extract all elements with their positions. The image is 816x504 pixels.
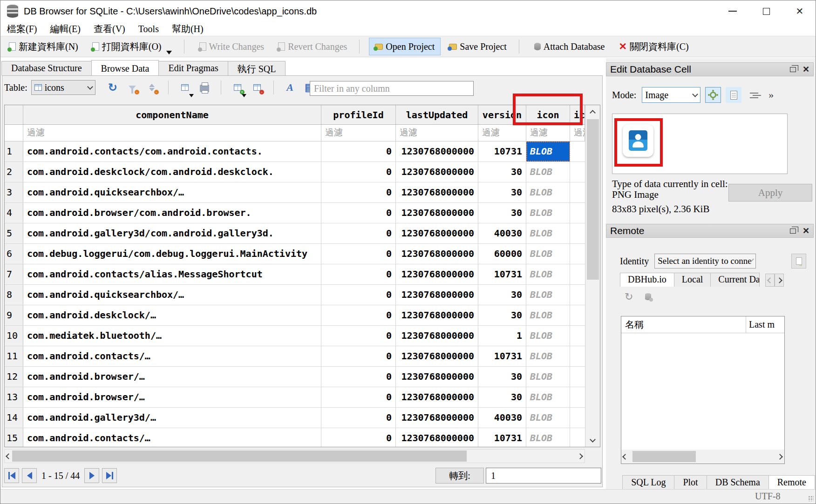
revert-changes-button[interactable]: Revert Changes [272, 38, 353, 55]
cell-profileId[interactable]: 0 [321, 285, 396, 305]
cell-version[interactable]: 30 [478, 285, 526, 305]
cell-partial[interactable] [570, 305, 585, 325]
remote-scrollbar-thumb[interactable] [632, 451, 696, 462]
row-number[interactable]: 13 [5, 387, 23, 407]
scroll-down-button[interactable] [585, 434, 600, 447]
close-panel-icon[interactable]: ✕ [802, 226, 809, 236]
vertical-scrollbar-thumb[interactable] [587, 119, 599, 280]
cell-componentName[interactable]: com.android.contacts/… [23, 428, 321, 447]
table-row[interactable]: 4com.android.browser/com.android.browser… [5, 203, 585, 223]
row-number[interactable]: 3 [5, 182, 23, 202]
table-row[interactable]: 5com.android.gallery3d/com.android.galle… [5, 223, 585, 244]
table-row[interactable]: 7com.android.contacts/alias.MessageShort… [5, 264, 585, 285]
cell-profileId[interactable]: 0 [321, 367, 396, 387]
row-number[interactable]: 5 [5, 223, 23, 243]
cell-version[interactable]: 30 [478, 182, 526, 202]
cell-profileId[interactable]: 0 [321, 428, 396, 447]
menu-view[interactable]: 查看(V) [87, 22, 132, 36]
refresh-button[interactable]: ↻ [105, 80, 121, 95]
cell-icon[interactable]: BLOB [526, 428, 570, 447]
tab-database-structure[interactable]: Database Structure [1, 61, 92, 75]
cell-partial[interactable] [570, 182, 585, 202]
open-project-button[interactable]: Open Project [369, 38, 441, 55]
tab-current-database[interactable]: Current Dat [710, 273, 760, 287]
row-number[interactable]: 14 [5, 408, 23, 428]
menu-file[interactable]: 檔案(F) [0, 22, 43, 36]
clone-database-icon[interactable] [645, 293, 651, 300]
minimize-button[interactable] [716, 1, 749, 21]
cell-partial[interactable] [570, 244, 585, 264]
cell-version[interactable]: 40030 [478, 223, 526, 243]
identity-settings-button[interactable] [791, 254, 806, 269]
column-header-profileId[interactable]: profileId [321, 105, 396, 124]
cell-partial[interactable] [570, 346, 585, 366]
filter-input-icon[interactable]: 過濾 [526, 125, 570, 141]
clear-filters-button[interactable]: - [124, 80, 140, 95]
cell-componentName[interactable]: com.android.quicksearchbox/… [23, 285, 321, 305]
table-row[interactable]: 9com.android.deskclock/…0123076800000030… [5, 305, 585, 326]
maximize-button[interactable] [749, 1, 783, 21]
table-row[interactable]: 10com.mediatek.bluetooth/…01230768000000… [5, 326, 585, 346]
tab-scroll-left-button[interactable] [765, 274, 775, 287]
table-row[interactable]: 12com.android.browser/…0123076800000030B… [5, 367, 585, 387]
table-select[interactable]: icons [31, 80, 95, 95]
cell-lastUpdated[interactable]: 1230768000000 [396, 305, 478, 325]
text-view-button[interactable] [726, 87, 741, 103]
cell-lastUpdated[interactable]: 1230768000000 [396, 428, 478, 447]
cell-profileId[interactable]: 0 [321, 408, 396, 428]
menu-edit[interactable]: 編輯(E) [43, 22, 87, 36]
cell-partial[interactable] [570, 408, 585, 428]
cell-profileId[interactable]: 0 [321, 346, 396, 366]
cell-icon[interactable]: BLOB [526, 162, 570, 182]
cell-lastUpdated[interactable]: 1230768000000 [396, 141, 478, 161]
cell-partial[interactable] [570, 387, 585, 407]
cell-icon[interactable]: BLOB [526, 408, 570, 428]
table-row[interactable]: 3com.android.quicksearchbox/…01230768000… [5, 182, 585, 203]
filter-any-column-input[interactable]: Filter in any column [310, 81, 474, 96]
row-number[interactable]: 1 [5, 141, 23, 161]
save-table-button[interactable] [177, 80, 193, 95]
cell-icon[interactable]: BLOB [526, 285, 570, 305]
cell-partial[interactable] [570, 162, 585, 182]
cell-lastUpdated[interactable]: 1230768000000 [396, 182, 478, 202]
cell-icon[interactable]: BLOB [526, 223, 570, 243]
cell-partial[interactable] [570, 326, 585, 346]
cell-version[interactable]: 40030 [478, 408, 526, 428]
cell-componentName[interactable]: com.android.deskclock/… [23, 305, 321, 325]
cell-profileId[interactable]: 0 [321, 244, 396, 264]
cell-partial[interactable] [570, 367, 585, 387]
tab-dbhub[interactable]: DBHub.io [620, 273, 674, 287]
cell-icon[interactable]: BLOB [526, 182, 570, 202]
cell-lastUpdated[interactable]: 1230768000000 [396, 367, 478, 387]
cell-version[interactable]: 1 [478, 326, 526, 346]
print-button[interactable] [197, 80, 212, 95]
cell-profileId[interactable]: 0 [321, 326, 396, 346]
filter-input-componentName[interactable]: 過濾 [23, 125, 321, 141]
tab-local[interactable]: Local [674, 273, 711, 287]
cell-profileId[interactable]: 0 [321, 305, 396, 325]
cell-lastUpdated[interactable]: 1230768000000 [396, 162, 478, 182]
edit-display-format-button[interactable]: A [282, 80, 298, 95]
cell-profileId[interactable]: 0 [321, 223, 396, 243]
table-row[interactable]: 6com.debug.loggerui/com.debug.loggerui.M… [5, 244, 585, 264]
close-panel-icon[interactable]: ✕ [802, 64, 809, 74]
cell-icon[interactable]: BLOB [526, 346, 570, 366]
close-database-button[interactable]: ✕ 關閉資料庫(C) [613, 38, 694, 55]
table-row[interactable]: 11com.android.contacts/…0123076800000010… [5, 346, 585, 367]
apply-button[interactable]: Apply [728, 184, 812, 202]
insert-record-button[interactable]: + [230, 80, 245, 95]
cell-lastUpdated[interactable]: 1230768000000 [396, 264, 478, 284]
float-panel-icon[interactable] [790, 228, 796, 234]
menu-tools[interactable]: Tools [132, 22, 165, 36]
first-record-button[interactable] [4, 468, 19, 483]
open-database-button[interactable]: 打開資料庫(O) [87, 38, 177, 55]
cell-icon[interactable]: BLOB [526, 264, 570, 284]
cell-version[interactable]: 10731 [478, 428, 526, 447]
cell-version[interactable]: 30 [478, 203, 526, 223]
new-database-button[interactable]: 新建資料庫(N) [3, 38, 84, 55]
cell-version[interactable]: 10731 [478, 141, 526, 161]
cell-componentName[interactable]: com.debug.loggerui/com.debug.loggerui.Ma… [23, 244, 321, 264]
cell-icon[interactable]: BLOB [526, 244, 570, 264]
save-project-button[interactable]: Save Project [443, 38, 512, 55]
cell-componentName[interactable]: com.android.browser/… [23, 387, 321, 407]
